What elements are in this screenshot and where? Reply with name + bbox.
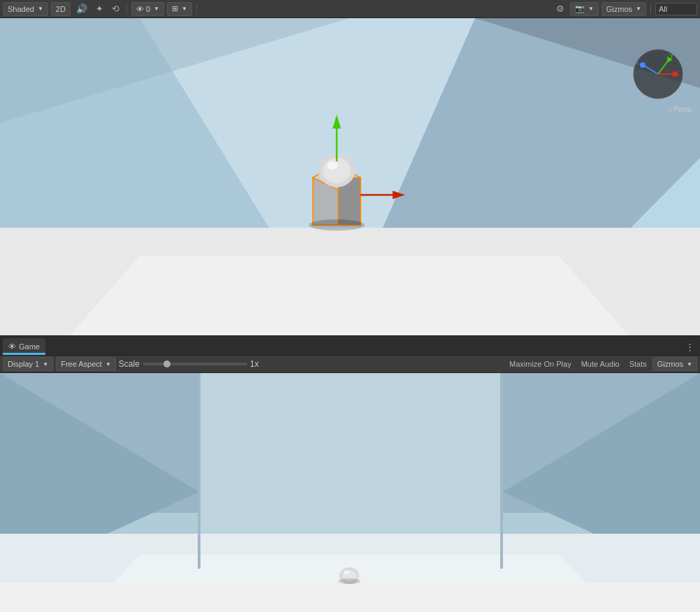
gizmos-game-label: Gizmos bbox=[657, 360, 683, 368]
shaded-label: Shaded bbox=[8, 5, 34, 13]
maximize-on-play-button[interactable]: Maximize On Play bbox=[505, 358, 576, 370]
gizmos-scene-arrow: ▼ bbox=[636, 6, 641, 12]
svg-point-17 bbox=[309, 219, 365, 231]
svg-point-43 bbox=[344, 570, 349, 574]
aspect-arrow-icon: ▼ bbox=[105, 361, 111, 367]
display-label: Display 1 bbox=[8, 360, 39, 368]
separator3 bbox=[650, 3, 651, 15]
right-buttons: Maximize On Play Mute Audio Stats Gizmos… bbox=[505, 357, 697, 371]
scale-container: Scale 1x bbox=[119, 359, 502, 369]
layers-eye-icon: 👁 bbox=[136, 5, 144, 13]
camera-arrow-icon: ▼ bbox=[588, 6, 594, 12]
game-tab-indicator bbox=[3, 353, 45, 355]
svg-text:y: y bbox=[670, 52, 673, 59]
layers-arrow-icon: ▼ bbox=[154, 6, 159, 12]
aspect-dropdown[interactable]: Free Aspect ▼ bbox=[56, 357, 116, 371]
mesh-icon[interactable]: ⟲ bbox=[109, 2, 122, 15]
layers-count: 0 bbox=[146, 5, 150, 13]
svg-point-24 bbox=[640, 62, 646, 68]
svg-marker-40 bbox=[0, 583, 700, 612]
effects-icon[interactable]: ✦ bbox=[93, 2, 106, 15]
game-panel-menu-icon[interactable]: ⋮ bbox=[683, 340, 697, 354]
2d-label: 2D bbox=[56, 5, 66, 13]
svg-rect-39 bbox=[500, 373, 503, 569]
svg-marker-5 bbox=[70, 256, 629, 335]
shaded-arrow-icon: ▼ bbox=[38, 6, 43, 12]
gizmos-scene-dropdown[interactable]: Gizmos ▼ bbox=[601, 2, 646, 16]
scale-thumb bbox=[163, 360, 170, 367]
scene-view: y z x ◁ Persp bbox=[0, 18, 700, 335]
display-arrow-icon: ▼ bbox=[43, 361, 48, 367]
grid-icon: ⊞ bbox=[172, 4, 178, 13]
2d-button[interactable]: 2D bbox=[51, 2, 71, 16]
mute-audio-button[interactable]: Mute Audio bbox=[577, 358, 624, 370]
game-toolbar: Display 1 ▼ Free Aspect ▼ Scale 1x Maxim… bbox=[0, 355, 700, 373]
scale-label: Scale bbox=[119, 359, 140, 369]
scale-slider[interactable] bbox=[143, 363, 247, 365]
scene-background bbox=[0, 18, 700, 335]
svg-point-11 bbox=[323, 158, 351, 183]
display-dropdown[interactable]: Display 1 ▼ bbox=[3, 357, 53, 371]
camera-dropdown[interactable]: 📷 ▼ bbox=[570, 2, 599, 16]
game-tab-icon: 👁 bbox=[8, 342, 16, 351]
settings-icon[interactable]: ⚙ bbox=[553, 2, 567, 15]
game-view: CSDN @Java_grandpa bbox=[0, 373, 700, 612]
game-panel-tabbar: 👁 Game ⋮ bbox=[0, 335, 700, 355]
layers-dropdown[interactable]: 👁 0 ▼ bbox=[131, 2, 164, 16]
grid-arrow-icon: ▼ bbox=[182, 6, 187, 12]
separator2 bbox=[196, 3, 197, 15]
svg-marker-34 bbox=[199, 373, 503, 541]
gizmos-game-dropdown[interactable]: Gizmos ▼ bbox=[652, 357, 697, 371]
audio-icon[interactable]: 🔊 bbox=[73, 2, 90, 15]
scene-compass[interactable]: y z x bbox=[630, 46, 686, 102]
shaded-dropdown[interactable]: Shaded ▼ bbox=[3, 2, 48, 16]
game-tab-label: Game bbox=[19, 342, 40, 351]
svg-point-44 bbox=[338, 578, 360, 584]
scene-toolbar: Shaded ▼ 2D 🔊 ✦ ⟲ 👁 0 ▼ ⊞ ▼ ⚙ 📷 ▼ Gizmos… bbox=[0, 0, 700, 18]
game-background bbox=[0, 373, 700, 612]
scale-value: 1x bbox=[250, 359, 259, 369]
svg-text:z: z bbox=[636, 59, 639, 66]
svg-rect-38 bbox=[198, 373, 200, 569]
stats-button[interactable]: Stats bbox=[625, 358, 651, 370]
camera-icon: 📷 bbox=[575, 4, 585, 13]
persp-label: ◁ Persp bbox=[666, 105, 692, 113]
svg-point-12 bbox=[327, 161, 338, 170]
separator bbox=[126, 3, 127, 15]
gizmos-game-arrow-icon: ▼ bbox=[687, 361, 692, 367]
search-input[interactable] bbox=[655, 3, 697, 15]
grid-dropdown[interactable]: ⊞ ▼ bbox=[167, 2, 192, 16]
game-tab[interactable]: 👁 Game bbox=[3, 338, 45, 355]
svg-text:x: x bbox=[676, 71, 680, 78]
gizmos-scene-label: Gizmos bbox=[606, 5, 632, 13]
aspect-label: Free Aspect bbox=[61, 360, 102, 368]
